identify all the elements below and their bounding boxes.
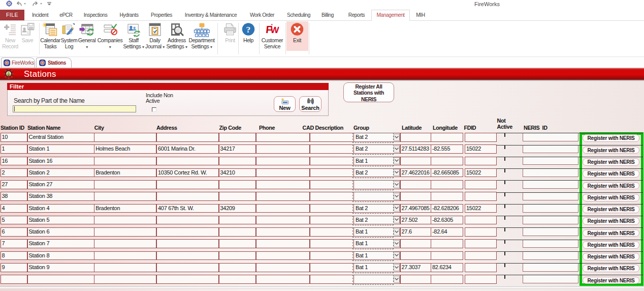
svg-text:?: ?: [246, 24, 251, 35]
svg-text:W: W: [270, 25, 279, 35]
